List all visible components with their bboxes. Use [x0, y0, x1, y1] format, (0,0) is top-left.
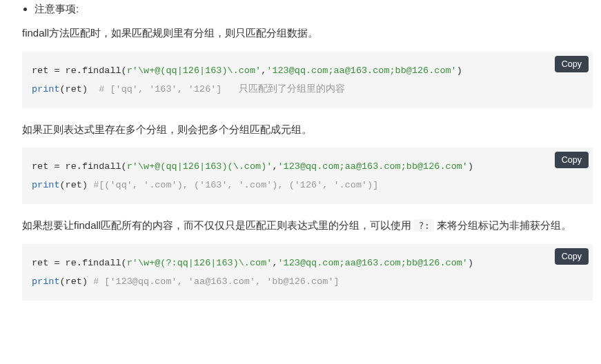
code-func: print	[32, 276, 60, 287]
code-string: r'\w+@(qq|126|163)\.com'	[127, 65, 261, 76]
code-comment: #[('qq', '.com'), ('163', '.com'), ('126…	[93, 180, 378, 190]
code-string: '123@qq.com;aa@163.com;bb@126.com'	[266, 65, 456, 76]
code-string: r'\w+@(?:qq|126|163)\.com'	[127, 258, 273, 268]
paragraph-3-text-a: 如果想要让findall匹配所有的内容，而不仅仅只是匹配正则表达式里的分组，可以…	[22, 219, 414, 231]
code-comment: # ['qq', '163', '126'] 只匹配到了分组里的内容	[99, 84, 345, 94]
paragraph-1: findall方法匹配时，如果匹配规则里有分组，则只匹配分组数据。	[22, 24, 593, 42]
paragraph-2: 如果正则表达式里存在多个分组，则会把多个分组匹配成元组。	[22, 121, 593, 139]
code-comment: # ['123@qq.com', 'aa@163.com', 'bb@126.c…	[93, 276, 339, 287]
code-string: '123@qq.com;aa@163.com;bb@126.com'	[277, 258, 467, 268]
inline-code: ?:	[414, 219, 434, 232]
code-string: '123@qq.com;aa@163.com;bb@126.com'	[277, 161, 467, 172]
code-string: r'\w+@(qq|126|163)(\.com)'	[127, 161, 273, 172]
code-block-1: Copyret = re.findall(r'\w+@(qq|126|163)\…	[22, 52, 593, 108]
code-text: (ret)	[60, 180, 94, 190]
code-text: ret = re.findall(	[32, 65, 127, 76]
document-body: 注意事项: findall方法匹配时，如果匹配规则里有分组，则只匹配分组数据。 …	[0, 0, 601, 321]
notes-heading-text: 注意事项:	[35, 3, 79, 14]
code-text: (ret)	[60, 276, 94, 287]
code-block-3: Copyret = re.findall(r'\w+@(?:qq|126|163…	[22, 244, 593, 301]
code-text: (ret)	[60, 84, 99, 94]
code-text: ret = re.findall(	[32, 161, 127, 172]
copy-button[interactable]: Copy	[555, 152, 589, 168]
paragraph-3: 如果想要让findall匹配所有的内容，而不仅仅只是匹配正则表达式里的分组，可以…	[22, 216, 593, 234]
code-func: print	[32, 84, 60, 94]
paragraph-3-text-b: 来将分组标记为非捕获分组。	[434, 219, 571, 231]
copy-button[interactable]: Copy	[555, 248, 589, 265]
code-text: )	[457, 65, 462, 76]
code-text: )	[468, 161, 473, 172]
notes-heading: 注意事项:	[35, 3, 593, 16]
code-text: ret = re.findall(	[32, 258, 127, 268]
copy-button[interactable]: Copy	[555, 56, 589, 72]
code-func: print	[32, 180, 60, 190]
code-block-2: Copyret = re.findall(r'\w+@(qq|126|163)(…	[22, 148, 593, 204]
code-text: )	[468, 258, 473, 268]
